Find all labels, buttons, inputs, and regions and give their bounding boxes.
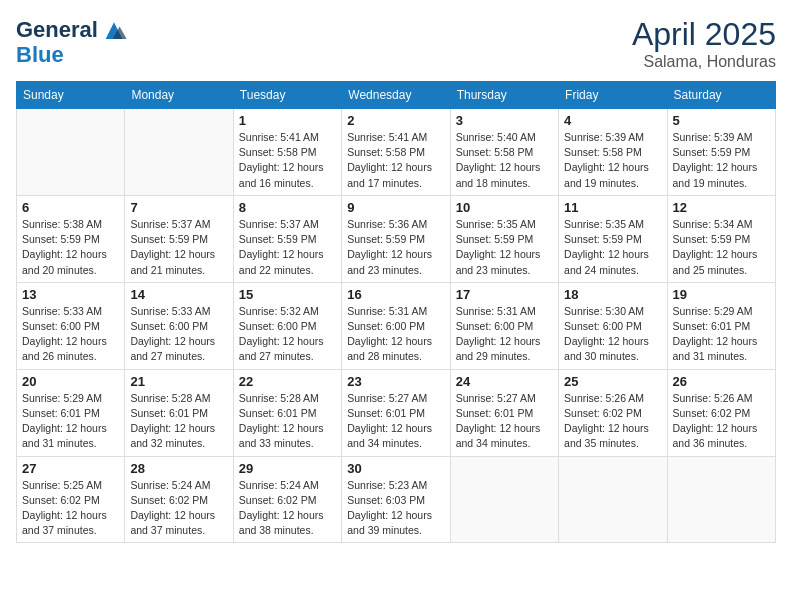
- calendar-cell: 30Sunrise: 5:23 AMSunset: 6:03 PMDayligh…: [342, 456, 450, 543]
- calendar-cell: [450, 456, 558, 543]
- day-number: 18: [564, 287, 661, 302]
- calendar-cell: 9Sunrise: 5:36 AMSunset: 5:59 PMDaylight…: [342, 195, 450, 282]
- day-info: Sunrise: 5:37 AMSunset: 5:59 PMDaylight:…: [130, 217, 227, 278]
- calendar-cell: 24Sunrise: 5:27 AMSunset: 6:01 PMDayligh…: [450, 369, 558, 456]
- weekday-header-saturday: Saturday: [667, 82, 775, 109]
- logo-blue-text: Blue: [16, 44, 64, 66]
- day-info: Sunrise: 5:35 AMSunset: 5:59 PMDaylight:…: [456, 217, 553, 278]
- calendar-cell: 1Sunrise: 5:41 AMSunset: 5:58 PMDaylight…: [233, 109, 341, 196]
- day-number: 15: [239, 287, 336, 302]
- day-number: 9: [347, 200, 444, 215]
- day-number: 17: [456, 287, 553, 302]
- calendar-cell: 19Sunrise: 5:29 AMSunset: 6:01 PMDayligh…: [667, 282, 775, 369]
- calendar-week-1: 1Sunrise: 5:41 AMSunset: 5:58 PMDaylight…: [17, 109, 776, 196]
- calendar-cell: 4Sunrise: 5:39 AMSunset: 5:58 PMDaylight…: [559, 109, 667, 196]
- calendar-table: SundayMondayTuesdayWednesdayThursdayFrid…: [16, 81, 776, 543]
- day-number: 16: [347, 287, 444, 302]
- day-info: Sunrise: 5:32 AMSunset: 6:00 PMDaylight:…: [239, 304, 336, 365]
- calendar-week-5: 27Sunrise: 5:25 AMSunset: 6:02 PMDayligh…: [17, 456, 776, 543]
- day-info: Sunrise: 5:28 AMSunset: 6:01 PMDaylight:…: [239, 391, 336, 452]
- calendar-cell: 17Sunrise: 5:31 AMSunset: 6:00 PMDayligh…: [450, 282, 558, 369]
- calendar-cell: 13Sunrise: 5:33 AMSunset: 6:00 PMDayligh…: [17, 282, 125, 369]
- day-info: Sunrise: 5:26 AMSunset: 6:02 PMDaylight:…: [564, 391, 661, 452]
- calendar-week-3: 13Sunrise: 5:33 AMSunset: 6:00 PMDayligh…: [17, 282, 776, 369]
- day-info: Sunrise: 5:27 AMSunset: 6:01 PMDaylight:…: [456, 391, 553, 452]
- calendar-cell: 22Sunrise: 5:28 AMSunset: 6:01 PMDayligh…: [233, 369, 341, 456]
- day-number: 30: [347, 461, 444, 476]
- day-info: Sunrise: 5:25 AMSunset: 6:02 PMDaylight:…: [22, 478, 119, 539]
- day-number: 8: [239, 200, 336, 215]
- calendar-cell: 25Sunrise: 5:26 AMSunset: 6:02 PMDayligh…: [559, 369, 667, 456]
- weekday-header-row: SundayMondayTuesdayWednesdayThursdayFrid…: [17, 82, 776, 109]
- location: Salama, Honduras: [632, 53, 776, 71]
- day-number: 20: [22, 374, 119, 389]
- day-number: 21: [130, 374, 227, 389]
- calendar-cell: 18Sunrise: 5:30 AMSunset: 6:00 PMDayligh…: [559, 282, 667, 369]
- day-number: 11: [564, 200, 661, 215]
- day-number: 7: [130, 200, 227, 215]
- day-number: 12: [673, 200, 770, 215]
- day-number: 19: [673, 287, 770, 302]
- page-header: General Blue April 2025 Salama, Honduras: [16, 16, 776, 71]
- day-info: Sunrise: 5:26 AMSunset: 6:02 PMDaylight:…: [673, 391, 770, 452]
- day-number: 13: [22, 287, 119, 302]
- calendar-cell: 12Sunrise: 5:34 AMSunset: 5:59 PMDayligh…: [667, 195, 775, 282]
- day-number: 27: [22, 461, 119, 476]
- calendar-cell: 27Sunrise: 5:25 AMSunset: 6:02 PMDayligh…: [17, 456, 125, 543]
- calendar-cell: 10Sunrise: 5:35 AMSunset: 5:59 PMDayligh…: [450, 195, 558, 282]
- calendar-cell: [559, 456, 667, 543]
- calendar-cell: 16Sunrise: 5:31 AMSunset: 6:00 PMDayligh…: [342, 282, 450, 369]
- calendar-cell: 5Sunrise: 5:39 AMSunset: 5:59 PMDaylight…: [667, 109, 775, 196]
- weekday-header-monday: Monday: [125, 82, 233, 109]
- calendar-week-2: 6Sunrise: 5:38 AMSunset: 5:59 PMDaylight…: [17, 195, 776, 282]
- day-info: Sunrise: 5:23 AMSunset: 6:03 PMDaylight:…: [347, 478, 444, 539]
- day-info: Sunrise: 5:41 AMSunset: 5:58 PMDaylight:…: [239, 130, 336, 191]
- title-block: April 2025 Salama, Honduras: [632, 16, 776, 71]
- day-info: Sunrise: 5:29 AMSunset: 6:01 PMDaylight:…: [673, 304, 770, 365]
- day-info: Sunrise: 5:24 AMSunset: 6:02 PMDaylight:…: [130, 478, 227, 539]
- calendar-cell: 28Sunrise: 5:24 AMSunset: 6:02 PMDayligh…: [125, 456, 233, 543]
- day-number: 6: [22, 200, 119, 215]
- day-info: Sunrise: 5:28 AMSunset: 6:01 PMDaylight:…: [130, 391, 227, 452]
- calendar-cell: [667, 456, 775, 543]
- day-info: Sunrise: 5:29 AMSunset: 6:01 PMDaylight:…: [22, 391, 119, 452]
- calendar-cell: 2Sunrise: 5:41 AMSunset: 5:58 PMDaylight…: [342, 109, 450, 196]
- day-number: 25: [564, 374, 661, 389]
- calendar-week-4: 20Sunrise: 5:29 AMSunset: 6:01 PMDayligh…: [17, 369, 776, 456]
- calendar-cell: 15Sunrise: 5:32 AMSunset: 6:00 PMDayligh…: [233, 282, 341, 369]
- weekday-header-wednesday: Wednesday: [342, 82, 450, 109]
- day-info: Sunrise: 5:38 AMSunset: 5:59 PMDaylight:…: [22, 217, 119, 278]
- weekday-header-tuesday: Tuesday: [233, 82, 341, 109]
- day-number: 10: [456, 200, 553, 215]
- calendar-cell: [17, 109, 125, 196]
- day-number: 4: [564, 113, 661, 128]
- day-number: 26: [673, 374, 770, 389]
- day-info: Sunrise: 5:37 AMSunset: 5:59 PMDaylight:…: [239, 217, 336, 278]
- calendar-cell: 20Sunrise: 5:29 AMSunset: 6:01 PMDayligh…: [17, 369, 125, 456]
- calendar-cell: 21Sunrise: 5:28 AMSunset: 6:01 PMDayligh…: [125, 369, 233, 456]
- weekday-header-thursday: Thursday: [450, 82, 558, 109]
- day-info: Sunrise: 5:33 AMSunset: 6:00 PMDaylight:…: [130, 304, 227, 365]
- day-info: Sunrise: 5:31 AMSunset: 6:00 PMDaylight:…: [456, 304, 553, 365]
- weekday-header-friday: Friday: [559, 82, 667, 109]
- day-number: 29: [239, 461, 336, 476]
- weekday-header-sunday: Sunday: [17, 82, 125, 109]
- month-title: April 2025: [632, 16, 776, 53]
- day-info: Sunrise: 5:33 AMSunset: 6:00 PMDaylight:…: [22, 304, 119, 365]
- calendar-cell: 8Sunrise: 5:37 AMSunset: 5:59 PMDaylight…: [233, 195, 341, 282]
- day-number: 2: [347, 113, 444, 128]
- logo-icon: [100, 16, 128, 44]
- calendar-cell: 7Sunrise: 5:37 AMSunset: 5:59 PMDaylight…: [125, 195, 233, 282]
- day-info: Sunrise: 5:30 AMSunset: 6:00 PMDaylight:…: [564, 304, 661, 365]
- calendar-cell: 14Sunrise: 5:33 AMSunset: 6:00 PMDayligh…: [125, 282, 233, 369]
- calendar-cell: 3Sunrise: 5:40 AMSunset: 5:58 PMDaylight…: [450, 109, 558, 196]
- day-info: Sunrise: 5:39 AMSunset: 5:59 PMDaylight:…: [673, 130, 770, 191]
- day-info: Sunrise: 5:36 AMSunset: 5:59 PMDaylight:…: [347, 217, 444, 278]
- day-number: 24: [456, 374, 553, 389]
- calendar-cell: 6Sunrise: 5:38 AMSunset: 5:59 PMDaylight…: [17, 195, 125, 282]
- day-number: 22: [239, 374, 336, 389]
- logo: General Blue: [16, 16, 128, 66]
- day-info: Sunrise: 5:39 AMSunset: 5:58 PMDaylight:…: [564, 130, 661, 191]
- logo-text: General: [16, 19, 98, 41]
- calendar-cell: 11Sunrise: 5:35 AMSunset: 5:59 PMDayligh…: [559, 195, 667, 282]
